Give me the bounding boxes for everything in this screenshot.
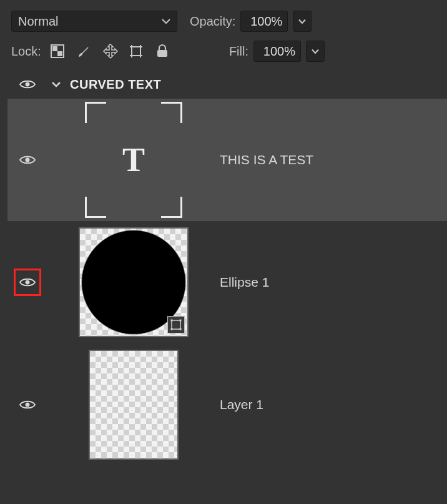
chevron-down-icon bbox=[162, 18, 170, 24]
pixel-layer-thumbnail bbox=[89, 350, 179, 460]
layer-group-header[interactable]: CURVED TEXT bbox=[0, 70, 447, 99]
eye-icon[interactable] bbox=[19, 399, 36, 410]
checker-icon bbox=[51, 44, 64, 58]
group-name: CURVED TEXT bbox=[70, 77, 161, 92]
svg-rect-1 bbox=[52, 46, 57, 51]
layer-name: THIS IS A TEST bbox=[220, 152, 313, 167]
svg-rect-18 bbox=[180, 320, 182, 322]
svg-rect-20 bbox=[180, 329, 182, 330]
opacity-value: 100% bbox=[250, 14, 282, 29]
lock-image-pixels-button[interactable] bbox=[75, 42, 92, 60]
layer-row-text[interactable]: T THIS IS A TEST bbox=[7, 99, 447, 221]
path-icon bbox=[170, 319, 182, 330]
fill-label: Fill: bbox=[229, 44, 248, 59]
move-icon bbox=[102, 43, 118, 59]
eye-icon[interactable] bbox=[19, 79, 36, 90]
eye-icon[interactable] bbox=[19, 154, 36, 166]
layer-row-shape[interactable]: Ellipse 1 bbox=[7, 221, 447, 343]
lock-position-button[interactable] bbox=[101, 42, 119, 60]
svg-point-15 bbox=[26, 280, 30, 285]
svg-rect-17 bbox=[171, 320, 173, 322]
svg-rect-2 bbox=[57, 51, 62, 56]
type-icon: T bbox=[122, 141, 145, 179]
blend-mode-dropdown[interactable]: Normal bbox=[11, 11, 177, 32]
blend-mode-value: Normal bbox=[18, 14, 58, 29]
chevron-down-icon bbox=[298, 19, 306, 24]
opacity-label: Opacity: bbox=[190, 14, 235, 29]
blend-opacity-row: Normal Opacity: 100% bbox=[0, 6, 447, 36]
lock-transparent-pixels-button[interactable] bbox=[49, 42, 66, 60]
chevron-down-icon bbox=[312, 49, 319, 54]
fill-dropdown-button[interactable] bbox=[306, 41, 325, 62]
opacity-dropdown-button[interactable] bbox=[293, 11, 312, 32]
lock-icon bbox=[155, 44, 169, 59]
svg-point-14 bbox=[26, 158, 30, 162]
layers-list: T THIS IS A TEST bbox=[0, 99, 447, 466]
lock-all-button[interactable] bbox=[154, 42, 171, 60]
shape-layer-thumbnail bbox=[79, 227, 189, 337]
fill-value: 100% bbox=[263, 44, 295, 59]
lock-artboard-button[interactable] bbox=[127, 42, 145, 60]
chevron-down-icon[interactable] bbox=[51, 81, 61, 88]
text-layer-thumbnail: T bbox=[85, 102, 182, 218]
vector-mask-badge bbox=[167, 316, 185, 334]
layer-name: Layer 1 bbox=[220, 397, 263, 412]
fill-value-input[interactable]: 100% bbox=[253, 41, 301, 62]
svg-rect-3 bbox=[132, 47, 140, 56]
svg-rect-19 bbox=[171, 329, 173, 330]
svg-point-13 bbox=[26, 82, 30, 87]
layer-name: Ellipse 1 bbox=[220, 275, 269, 289]
layers-panel: Normal Opacity: 100% Lock: bbox=[0, 0, 447, 504]
svg-rect-12 bbox=[157, 50, 167, 57]
lock-fill-row: Lock: bbox=[0, 36, 447, 66]
svg-point-21 bbox=[26, 403, 30, 407]
brush-icon bbox=[76, 44, 91, 59]
layer-row-pixel[interactable]: Layer 1 bbox=[7, 343, 447, 466]
svg-rect-16 bbox=[172, 320, 180, 329]
frame-icon bbox=[128, 43, 144, 59]
eye-icon[interactable] bbox=[19, 277, 36, 288]
opacity-value-input[interactable]: 100% bbox=[240, 11, 288, 32]
lock-label: Lock: bbox=[11, 44, 41, 59]
